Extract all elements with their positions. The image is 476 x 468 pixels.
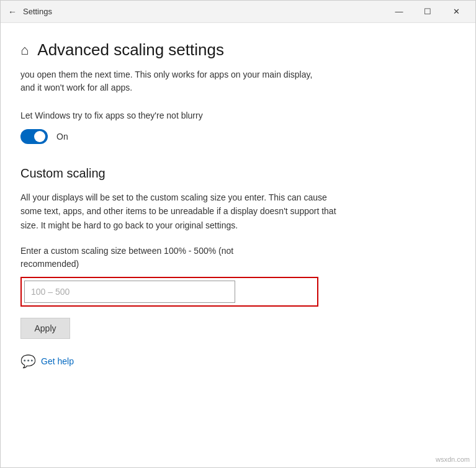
home-icon: ⌂	[20, 42, 29, 58]
watermark: wsxdn.com	[436, 456, 470, 463]
help-icon: 💬	[20, 354, 36, 369]
back-button[interactable]: ←	[8, 7, 17, 17]
get-help-link[interactable]: Get help	[41, 356, 74, 366]
page-header: ⌂ Advanced scaling settings	[20, 40, 456, 60]
page-title: Advanced scaling settings	[37, 40, 224, 60]
scaling-input-label: Enter a custom scaling size between 100%…	[20, 245, 281, 271]
settings-window: ← Settings — ☐ ✕ ⌂ Advanced scaling sett…	[0, 0, 476, 468]
toggle-row: On	[20, 129, 456, 144]
titlebar-title: Settings	[23, 7, 52, 16]
titlebar: ← Settings — ☐ ✕	[1, 1, 475, 23]
content-area: ⌂ Advanced scaling settings you open the…	[1, 23, 475, 467]
help-row: 💬 Get help	[20, 354, 456, 369]
close-button[interactable]: ✕	[442, 1, 470, 23]
titlebar-controls: — ☐ ✕	[385, 1, 470, 23]
titlebar-left: ← Settings	[8, 7, 52, 17]
toggle-thumb	[34, 131, 45, 142]
blur-fix-toggle[interactable]	[20, 129, 48, 144]
toggle-state-label: On	[56, 132, 68, 142]
scaling-input-wrapper	[20, 277, 318, 307]
scaling-input[interactable]	[24, 281, 235, 303]
minimize-button[interactable]: —	[385, 1, 413, 23]
custom-scaling-description: All your displays will be set to the cus…	[20, 191, 343, 232]
page-description: you open them the next time. This only w…	[20, 68, 318, 94]
custom-scaling-title: Custom scaling	[20, 166, 456, 181]
blur-fix-label: Let Windows try to fix apps so they're n…	[20, 110, 456, 120]
maximize-button[interactable]: ☐	[413, 1, 442, 23]
apply-button[interactable]: Apply	[20, 318, 70, 339]
